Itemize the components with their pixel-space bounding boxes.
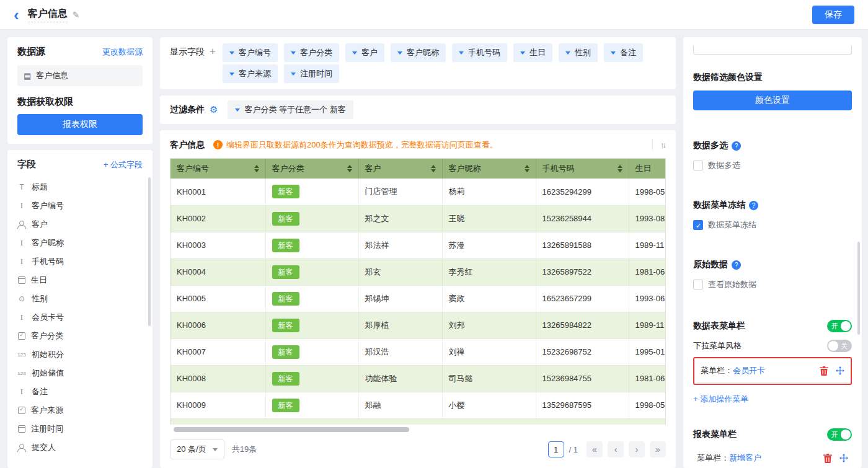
help-icon[interactable]: ? — [732, 141, 741, 151]
table-row[interactable]: KH0008新客功能体验司马懿152369847551981-06 — [170, 365, 666, 392]
raw-data-option[interactable]: 查看原始数据 — [693, 279, 852, 290]
settings-scrollbar[interactable] — [857, 242, 860, 335]
report-permission-button[interactable]: 报表权限 — [17, 114, 143, 135]
table-row[interactable]: KH0002新客郑之文王晓152362589441993-08 — [170, 205, 666, 232]
display-field-chip[interactable]: 客户来源 — [223, 64, 278, 83]
field-item[interactable]: T标题 — [17, 178, 143, 196]
field-item[interactable]: ✓客户来源 — [17, 401, 143, 420]
color-settings-button[interactable]: 颜色设置 — [693, 91, 852, 110]
sort-arrows-icon[interactable] — [347, 165, 352, 172]
filter-condition-chip[interactable]: 客户分类 等于任意一个 新客 — [228, 100, 353, 119]
field-item[interactable]: I备注 — [17, 382, 143, 401]
table-row[interactable]: KH0001新客门店管理杨莉162352942991998-05 — [170, 179, 666, 205]
help-icon[interactable]: ? — [732, 260, 741, 270]
multi-select-option[interactable]: 数据多选 — [693, 160, 852, 171]
move-icon[interactable] — [839, 454, 848, 462]
report-menu-toggle[interactable]: 开 — [827, 428, 852, 441]
fields-scrollbar[interactable] — [148, 177, 151, 326]
column-header[interactable]: 客户分类 — [265, 159, 358, 179]
page-size-select[interactable]: 20 条/页 — [170, 439, 224, 459]
back-icon[interactable]: ‹ — [14, 7, 19, 23]
cell-phone: 16235294299 — [536, 179, 629, 205]
display-field-chip[interactable]: 手机号码 — [452, 43, 507, 62]
save-button[interactable]: 保存 — [812, 6, 854, 24]
sort-arrows-icon[interactable] — [618, 165, 622, 172]
table-menu-toggle[interactable]: 开 — [827, 320, 852, 332]
field-item[interactable]: ⊙性别 — [17, 289, 143, 308]
cell-category: 新客 — [265, 179, 358, 205]
formula-field-link[interactable]: + 公式字段 — [104, 159, 143, 170]
menu-freeze-option[interactable]: 数据菜单冻结 — [693, 219, 852, 231]
multi-select-checkbox[interactable] — [693, 161, 703, 170]
display-field-chip[interactable]: 客户分类 — [284, 43, 339, 62]
field-item[interactable]: 123初始积分 — [17, 345, 143, 364]
column-header[interactable]: 手机号码 — [536, 159, 629, 179]
table-row[interactable]: KH0003新客郑法祥苏漫132658915881989-11 — [170, 232, 666, 258]
menu-item-value[interactable]: 新增客户 — [729, 453, 761, 464]
column-header[interactable]: 客户编号 — [170, 159, 265, 179]
table-row[interactable]: KH0009新客郑融小樱135296875951998-05 — [170, 392, 666, 418]
field-label: 手机号码 — [32, 256, 64, 267]
display-field-chip[interactable]: 备注 — [604, 43, 643, 62]
display-field-chip[interactable]: 客户 — [345, 43, 384, 62]
sort-arrows-icon[interactable] — [254, 165, 259, 172]
datasource-item-label: 客户信息 — [36, 70, 68, 81]
field-item[interactable]: ✓客户分类 — [17, 327, 143, 345]
field-item[interactable]: 客户 — [17, 215, 143, 234]
column-header[interactable]: 生日 — [629, 159, 666, 179]
cell-phone: 16523657299 — [536, 285, 629, 312]
field-item[interactable]: I手机号码 — [17, 252, 143, 271]
delete-icon[interactable] — [823, 454, 832, 463]
edit-icon[interactable]: ✎ — [73, 10, 80, 20]
column-header[interactable]: 客户昵称 — [442, 159, 536, 179]
sort-arrows-icon[interactable] — [431, 165, 436, 172]
menu-item-row[interactable]: 菜单栏： 会员开卡 — [697, 360, 848, 382]
table-row[interactable]: KH0007新客郑汉浩刘禅152326987521995-01 — [170, 338, 666, 365]
scrollbar-thumb[interactable] — [174, 427, 409, 432]
delete-icon[interactable] — [820, 366, 828, 376]
field-item[interactable]: 提交人 — [17, 438, 143, 457]
field-item[interactable]: I客户编号 — [17, 196, 143, 215]
datasource-item[interactable]: ▤ 客户信息 — [17, 65, 143, 86]
first-page-button[interactable]: « — [587, 441, 603, 457]
toggle-state-label: 开 — [831, 320, 838, 332]
field-item[interactable]: 生日 — [17, 271, 143, 289]
field-item[interactable]: I会员卡号 — [17, 308, 143, 327]
dropdown-style-toggle[interactable]: 关 — [827, 340, 852, 352]
display-field-chip[interactable]: 性别 — [559, 43, 598, 62]
menu-item-value[interactable]: 会员开卡 — [733, 365, 765, 376]
field-label: 客户分类 — [31, 330, 63, 342]
display-field-chip[interactable]: 客户编号 — [223, 43, 278, 62]
help-icon[interactable]: ? — [749, 201, 758, 210]
add-action-menu-link[interactable]: + 添加操作菜单 — [693, 394, 748, 405]
column-header[interactable]: 客户 — [358, 159, 442, 179]
display-field-chip[interactable]: 生日 — [513, 43, 552, 62]
field-item[interactable]: I客户昵称 — [17, 234, 143, 252]
sort-icon[interactable]: ↑↓ — [652, 139, 666, 151]
next-page-button[interactable]: › — [629, 441, 645, 457]
field-item[interactable]: 123初始储值 — [17, 364, 143, 382]
move-icon[interactable] — [836, 366, 844, 375]
report-menu-item-row[interactable]: 菜单栏： 新增客户 — [693, 447, 852, 468]
gear-icon[interactable]: ⚙ — [210, 104, 218, 115]
add-display-field-button[interactable]: + — [210, 42, 216, 61]
cell-customer-id: KH0007 — [170, 338, 265, 365]
table-row[interactable]: KH0005新客郑锡坤窦政165236572991993-06 — [170, 285, 666, 312]
category-badge: 新客 — [272, 372, 299, 386]
sort-arrows-icon[interactable] — [525, 165, 529, 172]
prev-page-button[interactable]: ‹ — [608, 441, 624, 457]
toggle-state-label: 开 — [831, 428, 838, 441]
category-badge: 新客 — [272, 212, 299, 226]
datasource-panel: 数据源 更改数据源 ▤ 客户信息 数据获取权限 报表权限 — [7, 37, 153, 144]
field-item[interactable]: 注册时间 — [17, 420, 143, 438]
display-field-chip[interactable]: 注册时间 — [284, 64, 339, 83]
change-datasource-link[interactable]: 更改数据源 — [102, 46, 143, 58]
display-field-chip[interactable]: 客户昵称 — [391, 43, 446, 62]
table-row[interactable]: KH0004新客郑玄李秀红132658975221981-06 — [170, 258, 666, 285]
raw-data-checkbox[interactable] — [693, 280, 703, 289]
current-page-input[interactable]: 1 — [548, 441, 564, 457]
last-page-button[interactable]: » — [650, 441, 666, 457]
table-row[interactable]: KH0006新客郑厚植刘邦132659848221989-11 — [170, 312, 666, 338]
cell-birthday: 1993-06 — [629, 285, 666, 312]
menu-freeze-checkbox[interactable] — [693, 220, 703, 230]
